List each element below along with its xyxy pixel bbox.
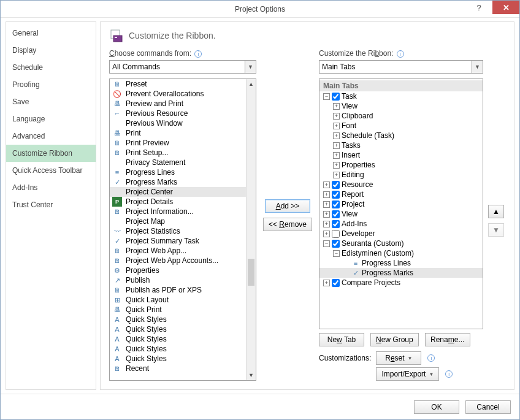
- remove-button[interactable]: << Remove: [263, 218, 312, 231]
- command-item[interactable]: PProject Details: [110, 197, 256, 207]
- command-item[interactable]: ≡Progress Lines: [110, 167, 256, 177]
- command-item[interactable]: 🗎Project Web App Accounts...: [110, 256, 256, 265]
- expander-icon[interactable]: −: [323, 93, 330, 100]
- expander-icon[interactable]: −: [323, 240, 330, 247]
- command-item[interactable]: ⚙Properties: [110, 265, 256, 275]
- close-button[interactable]: ✕: [492, 1, 519, 14]
- info-icon[interactable]: i: [194, 50, 202, 58]
- info-icon[interactable]: i: [445, 370, 453, 378]
- command-item[interactable]: Project Center: [110, 187, 256, 197]
- tab-checkbox[interactable]: [332, 181, 340, 189]
- tree-item[interactable]: +Resource: [319, 180, 483, 189]
- new-group-button[interactable]: New Group: [370, 333, 419, 346]
- tree-item[interactable]: +Project: [319, 199, 483, 209]
- tab-checkbox[interactable]: [332, 279, 340, 287]
- scrollbar[interactable]: ▲ ▼: [246, 79, 256, 380]
- import-export-button[interactable]: Import/Export: [376, 367, 439, 381]
- sidebar-item[interactable]: Customize Ribbon: [6, 145, 96, 162]
- command-item[interactable]: 🗎Print Setup...: [110, 148, 256, 158]
- command-item[interactable]: Project Map: [110, 216, 256, 226]
- help-button[interactable]: ?: [465, 1, 492, 14]
- ribbon-tree[interactable]: Main Tabs−Task+View+Clipboard+Font+Sched…: [319, 78, 483, 329]
- tree-item[interactable]: +Add-Ins: [319, 219, 483, 229]
- rename-button[interactable]: Rename...: [425, 333, 470, 346]
- tree-item[interactable]: −Edistyminen (Custom): [319, 248, 483, 258]
- command-item[interactable]: Previous Window: [110, 118, 256, 128]
- tab-checkbox[interactable]: [332, 220, 340, 228]
- tab-checkbox[interactable]: [332, 240, 340, 248]
- scroll-thumb[interactable]: [248, 259, 254, 286]
- tab-checkbox[interactable]: [332, 200, 340, 208]
- tree-item[interactable]: +Tasks: [319, 140, 483, 150]
- command-item[interactable]: AQuick Styles▶: [110, 315, 256, 324]
- command-item[interactable]: ←Previous Resource: [110, 109, 256, 118]
- expander-icon[interactable]: +: [323, 201, 330, 208]
- sidebar-item[interactable]: Proofing: [6, 76, 96, 93]
- command-item[interactable]: 🗎Project Information...: [110, 207, 256, 216]
- add-button[interactable]: Add >>: [265, 199, 310, 213]
- command-item[interactable]: AQuick Styles▶: [110, 324, 256, 334]
- command-item[interactable]: ↗Publish: [110, 275, 256, 285]
- sidebar-item[interactable]: Trust Center: [6, 196, 96, 213]
- expander-icon[interactable]: +: [333, 123, 340, 129]
- command-item[interactable]: 🖶Preview and Print▶: [110, 99, 256, 109]
- expander-icon[interactable]: +: [323, 181, 330, 188]
- command-item[interactable]: 🗎Recent▶: [110, 364, 256, 373]
- tab-checkbox[interactable]: [332, 230, 340, 238]
- expander-icon[interactable]: +: [333, 162, 340, 169]
- tree-item[interactable]: +Developer: [319, 229, 483, 239]
- expander-icon[interactable]: +: [323, 211, 330, 218]
- expander-icon[interactable]: +: [323, 221, 330, 227]
- sidebar-item[interactable]: Save: [6, 93, 96, 110]
- command-item[interactable]: ✓Progress Marks: [110, 177, 256, 187]
- new-tab-button[interactable]: New Tab: [319, 333, 364, 346]
- command-item[interactable]: 🗎Project Web App...: [110, 246, 256, 256]
- scroll-up-icon[interactable]: ▲: [247, 79, 256, 89]
- expander-icon[interactable]: +: [323, 191, 330, 198]
- tree-item[interactable]: +Insert: [319, 150, 483, 160]
- expander-icon[interactable]: +: [333, 152, 340, 159]
- expander-icon[interactable]: +: [333, 103, 340, 110]
- command-item[interactable]: ⊞Quick Layout▶: [110, 295, 256, 305]
- command-item[interactable]: AQuick Styles▶: [110, 334, 256, 344]
- tree-item[interactable]: ✓Progress Marks: [319, 268, 483, 278]
- choose-commands-combo[interactable]: All Commands▼: [109, 60, 256, 74]
- tree-item[interactable]: +Schedule (Task): [319, 131, 483, 140]
- expander-icon[interactable]: +: [333, 113, 340, 120]
- scroll-down-icon[interactable]: ▼: [247, 370, 256, 380]
- expander-icon[interactable]: −: [333, 250, 340, 257]
- info-icon[interactable]: i: [427, 354, 435, 362]
- tree-item[interactable]: ≡Progress Lines: [319, 258, 483, 268]
- sidebar-item[interactable]: Display: [6, 42, 96, 59]
- sidebar-item[interactable]: Add-Ins: [6, 179, 96, 196]
- command-item[interactable]: AQuick Styles▶: [110, 344, 256, 354]
- tree-item[interactable]: −Task: [319, 91, 483, 101]
- tree-item[interactable]: +Compare Projects: [319, 278, 483, 288]
- sidebar-item[interactable]: Language: [6, 110, 96, 128]
- expander-icon[interactable]: +: [323, 280, 330, 286]
- tab-checkbox[interactable]: [332, 210, 340, 218]
- tree-item[interactable]: +Editing: [319, 170, 483, 180]
- tree-item[interactable]: +Properties: [319, 160, 483, 170]
- tab-checkbox[interactable]: [332, 93, 340, 101]
- tree-item[interactable]: +Report: [319, 189, 483, 199]
- sidebar-item[interactable]: Schedule: [6, 59, 96, 76]
- sidebar-item[interactable]: Advanced: [6, 128, 96, 145]
- command-item[interactable]: 🗎Preset▶: [110, 79, 256, 89]
- command-item[interactable]: ✓Project Summary Task: [110, 236, 256, 246]
- command-item[interactable]: 〰Project Statistics: [110, 226, 256, 236]
- command-item[interactable]: Privacy Statement: [110, 158, 256, 167]
- ok-button[interactable]: OK: [414, 400, 459, 414]
- tree-item[interactable]: +View: [319, 209, 483, 219]
- info-icon[interactable]: i: [397, 50, 404, 58]
- commands-listbox[interactable]: ▲ ▼ 🗎Preset▶🚫Prevent Overallocations🖶Pre…: [109, 78, 256, 381]
- ribbon-scope-combo[interactable]: Main Tabs▼: [319, 60, 483, 74]
- command-item[interactable]: 🖶Quick Print: [110, 305, 256, 315]
- tree-item[interactable]: +View: [319, 101, 483, 111]
- command-item[interactable]: 🖶Print: [110, 128, 256, 138]
- command-item[interactable]: 🗎Print Preview: [110, 138, 256, 148]
- tree-item[interactable]: +Font: [319, 121, 483, 131]
- cancel-button[interactable]: Cancel: [465, 400, 511, 414]
- sidebar-item[interactable]: General: [6, 25, 96, 42]
- expander-icon[interactable]: +: [333, 172, 340, 178]
